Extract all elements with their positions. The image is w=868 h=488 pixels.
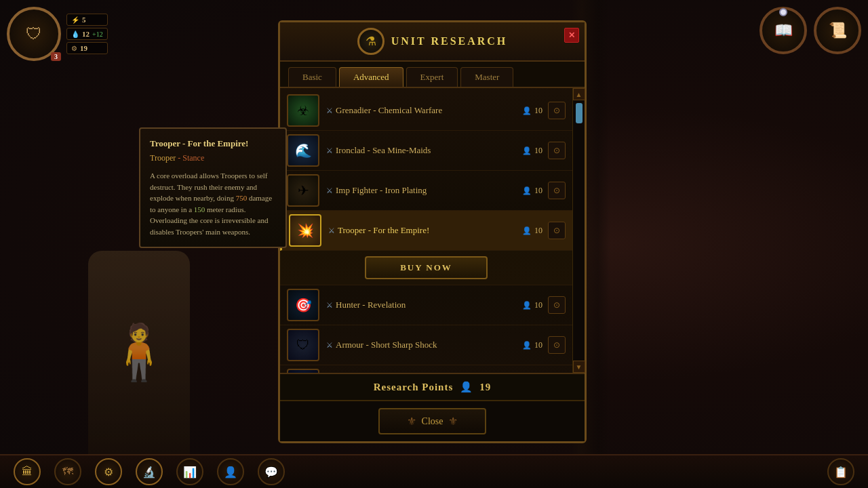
item-icon-grenadier: ☣ [287, 94, 319, 127]
research-item-imp[interactable]: ✈ ⚔ Imp Fighter - Iron Plating 👤 10 ⊙ [280, 171, 572, 211]
cost-val-imp: 10 [534, 186, 542, 196]
hud-stat2-change: +12 [92, 30, 103, 38]
bottom-btn-8[interactable]: 📋 [827, 458, 854, 485]
unit-research-dialog: ⚗ UNIT RESEARCH ✕ Basic Advanced Expert … [278, 20, 587, 443]
item-name-ironclad: Ironclad - Sea Mine-Maids [336, 145, 522, 156]
cost-icon-1: 👤 [522, 106, 532, 115]
close-ornament-left: ⚜ [407, 415, 416, 428]
character-silhouette: 🧍 [88, 251, 190, 454]
item-action-grenadier[interactable]: ⊙ [548, 102, 566, 119]
item-action-trooper[interactable]: ⊙ [548, 222, 566, 239]
hud-book-btn[interactable]: 📖 [760, 7, 807, 54]
cost-val-grenadier: 10 [534, 106, 542, 116]
item-action-ironclad[interactable]: ⊙ [548, 142, 566, 159]
item-icon-armour: 🛡 [287, 329, 319, 361]
tab-basic[interactable]: Basic [288, 67, 336, 87]
bottom-btn-6[interactable]: 👤 [217, 458, 244, 485]
item-icon-trooper: 💥 [289, 214, 321, 247]
item-name-grenadier: Grenadier - Chemical Warfare [336, 105, 522, 116]
research-item-trooper[interactable]: 💥 ⚔ Trooper - For the Empire! 👤 10 ⊙ [280, 211, 572, 251]
tooltip-separator: - [176, 153, 182, 163]
tooltip-highlight-2: 150 [194, 205, 205, 214]
research-item-grenadier[interactable]: ☣ ⚔ Grenadier - Chemical Warfare 👤 10 ⊙ [280, 91, 572, 131]
bottom-btn-5[interactable]: 📊 [176, 458, 203, 485]
hud-stat2-val: 12 [82, 30, 90, 38]
research-item-armour[interactable]: 🛡 ⚔ Armour - Short Sharp Shock 👤 10 ⊙ [280, 325, 572, 365]
lightning-icon: ⚡ [71, 16, 79, 24]
rp-value: 19 [479, 382, 491, 392]
item-icon-imp: ✈ [287, 174, 319, 207]
item-cost-ironclad: 👤 10 [522, 146, 542, 156]
item-name-imp: Imp Fighter - Iron Plating [336, 185, 522, 196]
tooltip-unit: Trooper [150, 153, 176, 163]
item-prefix-armour: ⚔ [326, 341, 333, 350]
bottom-btn-1[interactable]: 🏛 [14, 458, 41, 485]
item-prefix-imp: ⚔ [326, 186, 333, 195]
bottom-btn-2[interactable]: 🗺 [54, 458, 81, 485]
item-name-armour: Armour - Short Sharp Shock [336, 340, 522, 350]
cost-val-ironclad: 10 [534, 146, 542, 156]
tab-bar: Basic Advanced Expert Master [280, 62, 585, 88]
buy-now-btn[interactable]: BUY NOW [365, 256, 488, 279]
item-prefix-ironclad: ⚔ [326, 146, 333, 155]
close-dialog-btn[interactable]: ⚜ Close ⚜ [378, 408, 487, 434]
scroll-up-btn[interactable]: ▲ [573, 88, 585, 100]
dialog-title: UNIT RESEARCH [391, 35, 508, 47]
bottom-btn-7[interactable]: 💬 [258, 458, 285, 485]
bottom-btn-4[interactable]: 🔬 [136, 458, 163, 485]
bottom-btn-3[interactable]: ⚙ [95, 458, 122, 485]
tooltip-body: A core overload allows Troopers to self … [150, 170, 276, 237]
item-prefix-grenadier: ⚔ [326, 106, 333, 115]
dialog-footer: ⚜ Close ⚜ [280, 400, 585, 441]
research-item-ironclad[interactable]: 🌊 ⚔ Ironclad - Sea Mine-Maids 👤 10 ⊙ [280, 131, 572, 171]
hud-unit-count: 3 [51, 52, 61, 61]
close-ornament-right: ⚜ [448, 415, 458, 428]
scrollbar: ▲ ▼ [572, 88, 585, 373]
scrollbar-track [576, 100, 583, 361]
cost-val-hunter: 10 [534, 300, 542, 310]
item-name-trooper: Trooper - For the Empire! [338, 225, 522, 236]
cost-icon-2: 👤 [522, 146, 532, 155]
research-list-container: ☣ ⚔ Grenadier - Chemical Warfare 👤 10 ⊙ … [280, 88, 585, 373]
research-item-transport[interactable]: 🚁 ⚔ Transport - Cloak 👤 10 ⊙ [280, 365, 572, 373]
item-action-imp[interactable]: ⊙ [548, 182, 566, 199]
item-cost-imp: 👤 10 [522, 186, 542, 196]
character-area: 🧍 [88, 217, 224, 454]
hud-stat-gear: ⚙ 19 [66, 42, 108, 54]
item-cost-armour: 👤 10 [522, 340, 542, 350]
hud-top-left: 🛡 3 ⚡ 5 💧 12 +12 ⚙ 19 [7, 7, 108, 61]
item-prefix-hunter: ⚔ [326, 301, 333, 310]
item-cost-hunter: 👤 10 [522, 300, 542, 310]
tooltip-stance: Stance [182, 153, 204, 163]
dialog-emblem: ⚗ [357, 28, 384, 55]
cost-icon-3: 👤 [522, 186, 532, 195]
item-prefix-trooper: ⚔ [328, 226, 335, 235]
close-label: Close [422, 416, 443, 427]
item-action-hunter[interactable]: ⊙ [548, 296, 566, 314]
bottom-bar: 🏛 🗺 ⚙ 🔬 📊 👤 💬 📋 [0, 454, 868, 488]
research-points-bar: Research Points 👤 19 [280, 373, 585, 400]
tooltip-subtitle: Trooper - Stance [150, 153, 276, 163]
tab-expert[interactable]: Expert [406, 67, 458, 87]
hud-stat3-val: 19 [80, 44, 87, 52]
cost-icon-6: 👤 [522, 341, 532, 350]
rp-label-text: Research Points [374, 382, 454, 392]
item-name-hunter: Hunter - Revelation [336, 300, 522, 310]
hud-dot [779, 8, 787, 16]
item-action-armour[interactable]: ⊙ [548, 336, 566, 354]
dialog-close-btn[interactable]: ✕ [564, 28, 579, 43]
hud-scroll-btn[interactable]: 📜 [814, 7, 861, 54]
scroll-down-btn[interactable]: ▼ [573, 361, 585, 373]
research-item-hunter[interactable]: 🎯 ⚔ Hunter - Revelation 👤 10 ⊙ [280, 285, 572, 325]
hud-stat1-val: 5 [82, 16, 86, 24]
hud-stat-lightning: ⚡ 5 [66, 14, 108, 26]
item-icon-transport: 🚁 [287, 369, 319, 373]
resource-icon: 💧 [71, 30, 79, 38]
tab-advanced[interactable]: Advanced [339, 67, 403, 87]
cost-icon-5: 👤 [522, 301, 532, 310]
scroll-thumb[interactable] [576, 103, 583, 123]
research-points-label: Research Points 👤 19 [374, 382, 492, 392]
hud-unit-icon: 🛡 3 [7, 7, 61, 61]
tab-master[interactable]: Master [460, 67, 513, 87]
tooltip-panel: Trooper - For the Empire! Trooper - Stan… [139, 127, 287, 248]
